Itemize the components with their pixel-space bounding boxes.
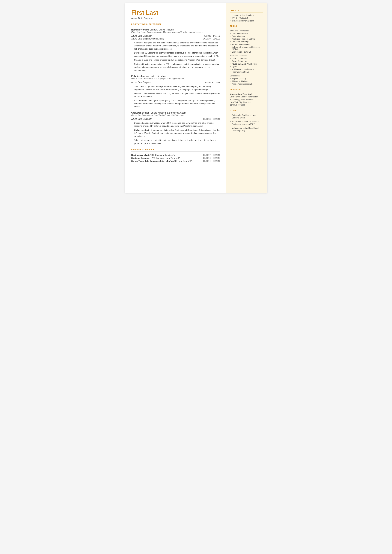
tool-4: MS Business Intelligence — [230, 68, 263, 70]
bullet-1-2: Created a Build and Relase process for 2… — [131, 58, 220, 62]
bullet-2-0: Supported 15+ product managers and softw… — [131, 85, 220, 91]
tools-list: Azure Data Lake Azure Databricks Azure S… — [230, 57, 263, 73]
company-bold-1: Resume Worded, — [131, 28, 149, 31]
right-column: CONTACT London, United Kingdom +44 0 770… — [226, 3, 267, 193]
job-block-2: Polyhire, London, United Kingdom NYSE-li… — [131, 75, 220, 108]
role-row-3a: Azure Data Engineer 06/2018 – 09/2019 — [131, 118, 220, 120]
tools-label: Tools and Software: — [230, 55, 263, 57]
edu-entry-0: University of New York Bachelor of Scien… — [230, 93, 263, 106]
bullet-1-0: Analyzed, designed and built data soluti… — [131, 41, 220, 50]
prev-exp-title-1: Systems Engineer, XYZ Company, New York,… — [131, 157, 180, 159]
relevant-work-heading: RELEVANT WORK EXPERIENCE — [131, 23, 220, 25]
skill-tech-0: Data Visualisation — [230, 33, 263, 35]
role-title-3a: Azure Data Engineer — [131, 118, 152, 120]
skills-techniques-label: Skills and Techniques: — [230, 30, 263, 32]
prev-exp-dates-2: 09/2014 – 05/2015 — [203, 160, 220, 162]
prev-rest-1: XYZ Company, New York, USA — [150, 157, 180, 159]
role-dates-1b: 10/2019 – 01/2022 — [203, 38, 220, 40]
skill-tech-1: Data Migration — [230, 35, 263, 37]
skills-heading: SKILLS — [230, 25, 263, 27]
languages-label: Languages: — [230, 75, 263, 77]
contact-item-0: London, United Kingdom — [230, 14, 263, 16]
bullet-1-3: Delivered training presentations to 250+… — [131, 63, 220, 72]
skill-tech-3: Domain Knowledge — [230, 41, 263, 43]
role-row-2a: Azure Data Engineer 07/2021 – Current — [131, 81, 220, 84]
bullet-3-2: Joined a ten-person product team to coor… — [131, 139, 220, 145]
lang-0: English (Native) — [230, 77, 263, 80]
prev-exp-row-0: Business Analyst, ABC Company, London, U… — [131, 154, 220, 156]
role-title-2a: Azure Data Engineer — [131, 81, 152, 84]
role-row-1a: Azure Data Engineer 01/2022 – Present — [131, 35, 220, 37]
edu-degree-0: Bachelor of Science Information Technolo… — [230, 96, 263, 101]
skill-tech-5: Software Development Lifecycle (SDLC) — [230, 46, 263, 50]
resume-page: First Last Azure Data Engineer RELEVANT … — [125, 3, 267, 193]
left-column: First Last Azure Data Engineer RELEVANT … — [125, 3, 226, 193]
company-tagline-1: Education technology startup with 50+ em… — [131, 31, 220, 33]
company-tagline-3: Career training and membership SaaS with… — [131, 114, 220, 116]
bullet-2-1: Led the Content Delivery Network (CDN) e… — [131, 92, 220, 98]
education-heading: EDUCATION — [230, 88, 263, 90]
education-divider — [230, 91, 263, 91]
other-item-2: Volunteered at the Data4Good Festival (2… — [230, 127, 263, 132]
contact-list: London, United Kingdom +44 0 7701235678 … — [230, 14, 263, 22]
company-name-3: Growthsi, London, United Kingdom & Barce… — [131, 112, 220, 114]
other-heading: OTHER — [230, 109, 263, 111]
prev-rest-2: ABC, New York, USA — [172, 160, 192, 162]
relevant-work-divider — [131, 26, 220, 26]
company-name-1: Resume Worded, London, United Kingdom — [131, 28, 220, 31]
edu-institution-0: University of New York — [230, 93, 263, 95]
company-rest-3: London, United Kingdom & Barcelona, Spai… — [141, 112, 186, 114]
bullet-list-2: Supported 15+ product managers and softw… — [131, 85, 220, 108]
previous-exp-divider — [131, 151, 220, 152]
prev-exp-title-2: Server Team Data Engineer (Internship), … — [131, 160, 192, 162]
tool-3: Python — [230, 66, 263, 68]
bullet-3-0: Designed an internal webiste where 150+ … — [131, 121, 220, 128]
skill-tech-4: Project Management — [230, 43, 263, 45]
role-dates-2a: 07/2021 – Current — [204, 81, 220, 84]
role-title-1a: Azure Data Engineer — [131, 35, 152, 37]
previous-exp-heading: PREVIOUS EXPERIENCE — [131, 149, 220, 150]
other-item-1: Microsoft Certified: Azure Data Engineer… — [230, 120, 263, 126]
bullet-2-2: Assited Product Managers by designing an… — [131, 99, 220, 108]
prev-exp-title-0: Business Analyst, ABC Company, London, U… — [131, 154, 176, 156]
job-block-1: Resume Worded, London, United Kingdom Ed… — [131, 28, 220, 72]
edu-location-0: New York City, New York — [230, 101, 263, 104]
company-tagline-2: NYSE-listed recruitment and employer bra… — [131, 77, 220, 80]
skills-techniques-list: Data Visualisation Data Migration Analyt… — [230, 33, 263, 53]
other-divider — [230, 112, 263, 112]
role-row-1b: Azure Data Engineer (consultant) 10/2019… — [131, 37, 220, 40]
tool-2: Azure SQL Data Warehouse — [230, 63, 263, 65]
candidate-job-title: Azure Data Engineer — [131, 17, 220, 19]
prev-bold-0: Business Analyst, — [131, 154, 150, 156]
contact-item-1: +44 0 7701235678 — [230, 17, 263, 19]
contact-item-2: jack.johnson@gmail.com — [230, 20, 263, 22]
job-block-3: Growthsi, London, United Kingdom & Barce… — [131, 112, 220, 145]
lang-1: Afrikaans (Native) — [230, 80, 263, 83]
company-bold-3: Growthsi, — [131, 112, 142, 114]
role-dates-1a: 01/2022 – Present — [203, 35, 220, 37]
role-dates-3a: 06/2018 – 09/2019 — [203, 118, 220, 120]
tool-0: Azure Data Lake — [230, 57, 263, 60]
skill-tech-2: Analytical Problem-Solving — [230, 38, 263, 40]
prev-exp-dates-1: 06/2016 – 05/2017 — [203, 157, 220, 159]
contact-heading: CONTACT — [230, 9, 263, 11]
prev-bold-2: Server Team Data Engineer (Internship), — [131, 160, 172, 162]
prev-exp-row-1: Systems Engineer, XYZ Company, New York,… — [131, 157, 220, 159]
lang-2: Arabic (Conversational) — [230, 83, 263, 85]
bullet-1-1: Developed SQL scripts for query automati… — [131, 51, 220, 57]
other-item-0: Databricks Certification and Badging (20… — [230, 114, 263, 119]
candidate-name: First Last — [131, 9, 220, 16]
bullet-list-3: Designed an internal webiste where 150+ … — [131, 121, 220, 145]
tool-1: Azure Databricks — [230, 60, 263, 62]
company-rest-2: London, United Kingdom — [141, 75, 166, 77]
company-name-2: Polyhire, London, United Kingdom — [131, 75, 220, 77]
bullet-list-1: Analyzed, designed and built data soluti… — [131, 41, 220, 72]
tool-5: Programming Scala — [230, 71, 263, 73]
bullet-3-1: Collaborated with five departments inclu… — [131, 129, 220, 138]
contact-divider — [230, 12, 263, 13]
languages-list: English (Native) Afrikaans (Native) Arab… — [230, 77, 263, 85]
edu-dates-0: 11/2012 - 07/2015 — [230, 104, 263, 106]
role-title-1b: Azure Data Engineer (consultant) — [131, 37, 164, 40]
other-list: Databricks Certification and Badging (20… — [230, 114, 263, 132]
prev-exp-row-2: Server Team Data Engineer (Internship), … — [131, 160, 220, 162]
